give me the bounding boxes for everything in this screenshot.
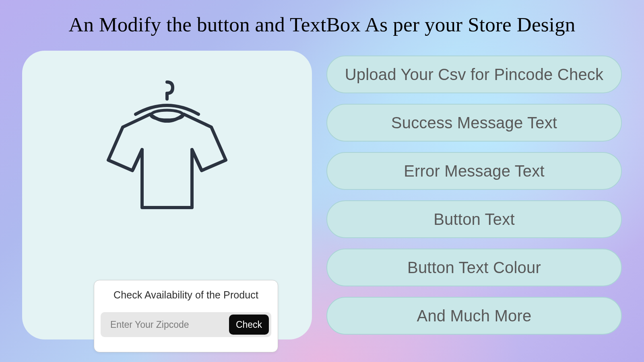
availability-title: Check Availability of the Product [101, 289, 271, 301]
feature-pill-button-text: Button Text [326, 200, 622, 238]
product-preview-card: Check Availability of the Product Check [22, 51, 312, 339]
zipcode-input-row: Check [101, 312, 271, 337]
page-title: An Modify the button and TextBox As per … [0, 0, 644, 36]
check-button[interactable]: Check [229, 315, 269, 335]
feature-pill-success-msg: Success Message Text [326, 104, 622, 142]
zipcode-input[interactable] [101, 315, 229, 335]
feature-pill-button-colour: Button Text Colour [326, 249, 622, 286]
feature-pill-error-msg: Error Message Text [326, 152, 622, 190]
feature-pill-much-more: And Much More [326, 297, 622, 335]
availability-widget: Check Availability of the Product Check [94, 280, 278, 352]
feature-list: Upload Your Csv for Pincode Check Succes… [326, 51, 622, 335]
content-row: Check Availability of the Product Check … [0, 36, 644, 339]
tshirt-icon [99, 80, 235, 212]
feature-pill-upload-csv: Upload Your Csv for Pincode Check [326, 56, 622, 93]
